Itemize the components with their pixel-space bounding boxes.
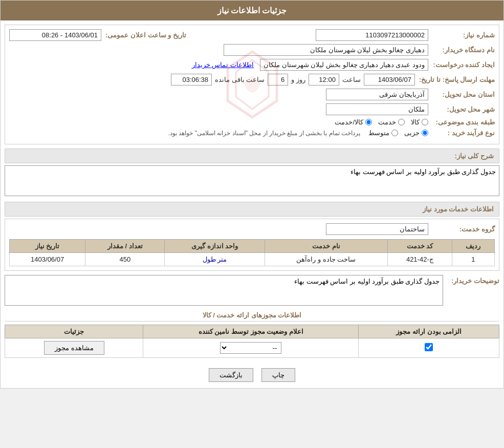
table-cell-service_name: ساخت جاده و راه‌آهن	[265, 253, 387, 266]
procurement-note: پرداخت تمام یا بخشی از مبلغ خریدار از مح…	[168, 130, 360, 137]
procurement-radio-motavasset[interactable]	[391, 130, 398, 136]
license-row: -- مشاهده مجوز	[5, 338, 499, 358]
view-license-button[interactable]: مشاهده مجوز	[44, 341, 104, 355]
table-cell-service_code: ج-42-421	[387, 253, 452, 266]
license-details-cell: مشاهده مجوز	[5, 338, 143, 358]
license-status-select[interactable]: --	[220, 342, 281, 354]
print-button[interactable]: چاپ	[261, 368, 295, 382]
creator-label: ایجاد کننده درخواست:	[428, 61, 495, 69]
col-license-required: الزامی بودن ارائه مجوز	[359, 325, 499, 338]
services-table: ردیف کد خدمت نام خدمت واحد اندازه گیری ت…	[9, 239, 495, 266]
category-radio-group: کالا خدمت کالا/خدمت	[335, 118, 428, 126]
table-cell-row_num: 1	[452, 253, 494, 266]
contact-link[interactable]: اطلاعات تماس خریدار	[192, 61, 254, 69]
back-button[interactable]: بازگشت	[209, 368, 253, 382]
need-number-value: 1103097213000002	[316, 29, 428, 41]
buyer-org-label: نام دستگاه خریدار:	[428, 46, 495, 54]
table-cell-date: 1403/06/07	[10, 253, 85, 266]
procurement-label: نوع فرآیند خرید :	[428, 129, 495, 137]
deadline-label: مهلت ارسال پاسخ: تا تاریخ:	[415, 76, 495, 83]
procurement-label-jozi: جزیی	[404, 129, 420, 137]
buttons-row: چاپ بازگشت	[1, 362, 503, 388]
province-value: آذربایجان شرقی	[326, 89, 428, 100]
category-radio-khedmat[interactable]	[398, 119, 405, 125]
category-label: طبقه بندی موضوعی:	[428, 118, 495, 126]
license-status-cell: --	[143, 338, 359, 358]
service-group-label: گروه خدمت:	[428, 225, 495, 233]
general-description-section-header: شرح کلی نیاز:	[5, 148, 499, 163]
procurement-radio-jozi[interactable]	[422, 130, 428, 136]
table-cell-unit: متر طول	[165, 253, 265, 266]
category-radio-kala-khedmat[interactable]	[365, 119, 372, 125]
license-table: الزامی بودن ارائه مجوز اعلام وضعیت مجوز …	[5, 325, 499, 358]
deadline-days-label: روز و	[291, 76, 305, 83]
city-value: ملکان	[326, 103, 428, 115]
col-service-code: کد خدمت	[387, 240, 452, 253]
procurement-option-motavasset[interactable]: متوسط	[368, 129, 398, 137]
category-label-khedmat: خدمت	[378, 118, 396, 126]
general-description-textarea[interactable]	[5, 165, 499, 196]
services-table-container: ردیف کد خدمت نام خدمت واحد اندازه گیری ت…	[9, 239, 495, 266]
page-title: جزئیات اطلاعات نیاز	[1, 1, 503, 20]
license-required-cell	[359, 338, 499, 358]
category-option-kala-khedmat[interactable]: کالا/خدمت	[335, 118, 372, 126]
creator-value: ودود عبدی دهیار دهیاری چغالو بخش لیلان ش…	[260, 59, 428, 71]
buyer-notes-textarea[interactable]	[5, 275, 443, 306]
license-required-checkbox[interactable]	[425, 343, 433, 351]
license-section-header: اطلاعات مجوزهای ارائه خدمت / کالا	[5, 311, 499, 322]
col-license-status: اعلام وضعیت مجوز توسط نامین کننده	[143, 325, 359, 338]
deadline-time-label: ساعت	[342, 76, 361, 83]
buyer-notes-label: توضیحات خریدار:	[443, 275, 499, 285]
procurement-radio-group: جزیی متوسط	[368, 129, 428, 137]
category-label-kala-khedmat: کالا/خدمت	[335, 118, 363, 126]
col-license-details: جزئیات	[5, 325, 143, 338]
deadline-date: 1403/06/07	[364, 74, 415, 86]
province-label: استان محل تحویل:	[428, 91, 495, 98]
deadline-time: 12:00	[309, 74, 339, 86]
table-row: 1ج-42-421ساخت جاده و راه‌آهنمتر طول45014…	[10, 253, 495, 266]
service-group-value: ساختمان	[326, 223, 428, 235]
table-cell-quantity: 450	[85, 253, 165, 266]
col-quantity: تعداد / مقدار	[85, 240, 165, 253]
procurement-option-jozi[interactable]: جزیی	[404, 129, 428, 137]
col-row-num: ردیف	[452, 240, 494, 253]
category-radio-kala[interactable]	[422, 119, 428, 125]
col-date: تاریخ نیاز	[10, 240, 85, 253]
buyer-org-value: دهیاری چغالو بخش لیلان شهرستان ملکان	[224, 44, 428, 56]
services-section-header: اطلاعات خدمات مورد نیاز	[5, 202, 499, 217]
deadline-remaining-label: ساعت باقی مانده	[215, 76, 265, 83]
procurement-label-motavasset: متوسط	[368, 129, 389, 137]
col-service-name: نام خدمت	[265, 240, 387, 253]
deadline-remaining: 03:06:38	[171, 74, 212, 86]
category-label-kala: کالا	[411, 118, 420, 126]
category-option-khedmat[interactable]: خدمت	[378, 118, 405, 126]
public-announce-value: 1403/06/01 - 08:26	[9, 29, 101, 41]
col-unit: واحد اندازه گیری	[165, 240, 265, 253]
deadline-days: 6	[268, 74, 288, 86]
category-option-kala[interactable]: کالا	[411, 118, 428, 126]
public-announce-label: تاریخ و ساعت اعلان عمومی:	[101, 31, 186, 39]
need-number-label: شماره نیاز:	[428, 31, 495, 39]
city-label: شهر محل تحویل:	[428, 105, 495, 113]
